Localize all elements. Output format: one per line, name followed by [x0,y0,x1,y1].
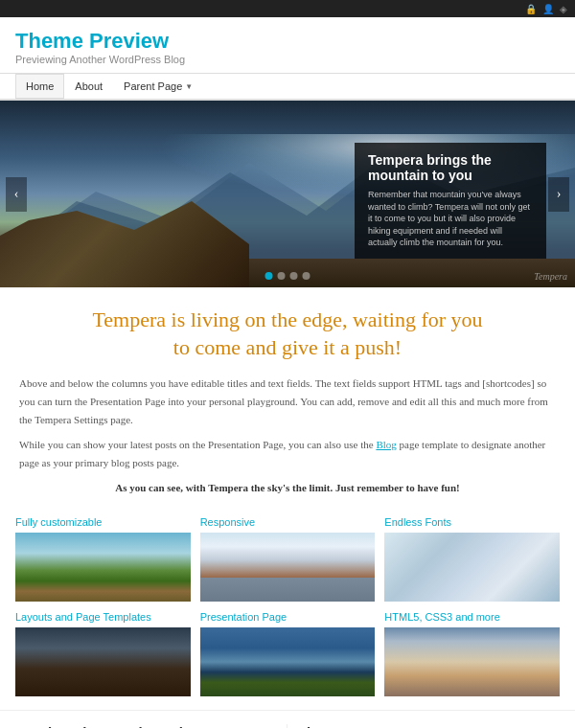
slider-prev-button[interactable]: ‹ [6,177,27,212]
bottom-right: Elements The purpose of this HTML is to … [288,724,560,728]
main-nav: Home About Parent Page ▼ [0,74,575,101]
feature-thumb-1 [200,533,376,602]
feature-thumb-0 [15,533,191,602]
dot-2[interactable] [278,272,286,280]
site-title[interactable]: Theme Preview [15,29,560,54]
feature-item-4[interactable]: Presentation Page [200,611,376,696]
feature-grid: Fully customizable Responsive Endless Fo… [0,507,575,710]
top-bar: 🔒 👤 ◈ [0,0,575,17]
feed-icon: ◈ [560,4,567,14]
slider-caption-title: Tempera brings the mountain to you [368,152,533,183]
feature-thumb-3 [15,627,191,696]
hero-body-2: While you can show your latest posts on … [19,436,556,471]
slider-dots [265,272,310,280]
hero-slider: ‹ › Tempera brings the mountain to you R… [0,101,575,287]
nav-item-home[interactable]: Home [15,74,64,99]
bottom-sections: Worth A Thousand Words Boat. ✎ Theme Adm… [0,710,575,728]
nav-label-home: Home [26,80,54,92]
site-header: Theme Preview Previewing Another WordPre… [0,17,575,74]
bottom-left: Worth A Thousand Words Boat. ✎ Theme Adm… [15,724,288,728]
hero-section: Tempera is living on the edge, waiting f… [0,287,575,507]
dot-3[interactable] [290,272,298,280]
slider-caption: Tempera brings the mountain to you Remem… [355,143,546,259]
slider-caption-text: Remember that mountain you've always wan… [368,189,533,249]
dot-4[interactable] [303,272,310,280]
nav-label-about: About [75,80,103,92]
lock-icon: 🔒 [525,4,537,14]
feature-item-5[interactable]: HTML5, CSS3 and more [384,611,560,696]
nav-item-parent[interactable]: Parent Page ▼ [113,74,203,99]
nav-item-about[interactable]: About [64,74,113,99]
feature-item-0[interactable]: Fully customizable [15,516,191,602]
slider-watermark: Tempera [534,271,567,282]
feature-item-1[interactable]: Responsive [200,516,376,602]
feature-title-3: Layouts and Page Templates [15,611,191,623]
slider-next-button[interactable]: › [548,177,569,212]
nav-label-parent: Parent Page [124,80,182,92]
feature-title-0: Fully customizable [15,516,191,528]
hero-title: Tempera is living on the edge, waiting f… [19,307,556,361]
feature-title-5: HTML5, CSS3 and more [384,611,560,623]
hero-body2-prefix: While you can show your latest posts on … [19,439,376,450]
feature-thumb-4 [200,627,376,696]
feature-title-1: Responsive [200,516,376,528]
blog-link[interactable]: Blog [376,439,396,450]
hero-body-1: Above and below the columns you have edi… [19,375,556,428]
feature-item-3[interactable]: Layouts and Page Templates [15,611,191,696]
hero-bold-text: As you can see, with Tempera the sky's t… [19,482,556,493]
feature-title-4: Presentation Page [200,611,376,623]
bottom-left-title[interactable]: Worth A Thousand Words [15,724,277,728]
feature-thumb-2 [384,533,560,602]
feature-item-2[interactable]: Endless Fonts [384,516,560,602]
user-icon: 👤 [542,4,554,14]
site-tagline: Previewing Another WordPress Blog [15,54,560,65]
feature-thumb-5 [384,627,560,696]
dot-1[interactable] [265,272,273,280]
bottom-right-title[interactable]: Elements [297,724,560,728]
feature-title-2: Endless Fonts [384,516,560,528]
chevron-down-icon: ▼ [185,82,193,91]
